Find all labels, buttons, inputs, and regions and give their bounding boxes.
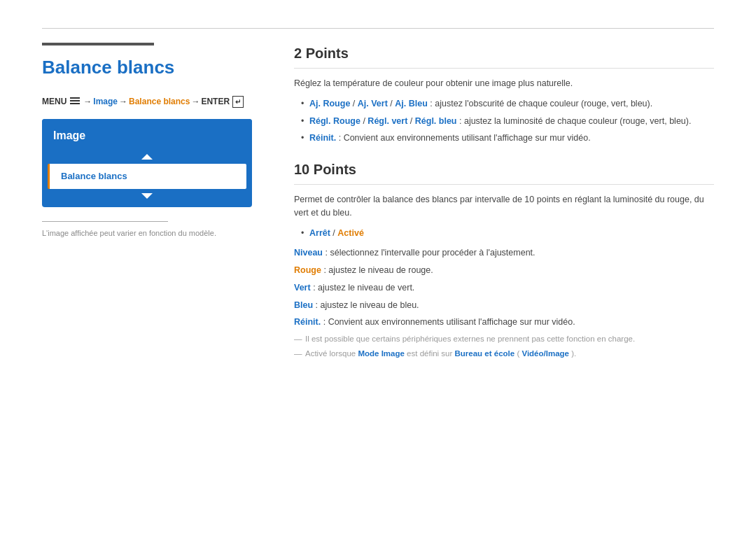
layout: Balance blancs MENU → Image → Balance bl… — [42, 43, 714, 374]
arrow1: → — [83, 95, 92, 108]
menu-label: MENU — [42, 95, 66, 108]
niveau-line: Niveau : sélectionnez l'intervalle pour … — [294, 246, 714, 260]
niveau-label: Niveau — [294, 248, 323, 258]
balance-link: Balance blancs — [129, 95, 190, 108]
rouge-label: Rouge — [294, 265, 321, 275]
note-1-text: Il est possible que certains périphériqu… — [305, 335, 635, 343]
svg-rect-0 — [70, 97, 80, 99]
section-2points-intro: Réglez la température de couleur pour ob… — [294, 77, 714, 90]
rouge-line: Rouge : ajustez le niveau de rouge. — [294, 264, 714, 277]
svg-marker-4 — [141, 193, 153, 199]
regl-rouge: Régl. Rouge — [309, 116, 360, 126]
bleu-desc: : ajustez le niveau de bleu. — [316, 300, 419, 310]
nav-box: Image Balance blancs — [42, 119, 252, 207]
vert-label: Vert — [294, 283, 311, 293]
nav-header: Image — [42, 119, 252, 150]
note-2-mid: est défini sur — [407, 349, 454, 358]
reinit-10p-line: Réinit. : Convient aux environnements ut… — [294, 316, 714, 329]
note-2-paren: ( — [517, 349, 519, 358]
reinit-10p-desc: : Convient aux environnements utilisant … — [323, 317, 575, 327]
arrow2: → — [119, 95, 127, 108]
section-2points-title: 2 Points — [294, 43, 714, 69]
vert-line: Vert : ajustez le niveau de vert. — [294, 281, 714, 295]
bullet-reinit-2p: Réinit. : Convient aux environnements ut… — [301, 132, 714, 145]
svg-marker-3 — [141, 154, 153, 160]
bullet-arret-active: Arrêt / Activé — [301, 227, 714, 240]
note-2: Activé lorsque Mode Image est défini sur… — [294, 348, 714, 360]
svg-rect-1 — [70, 100, 80, 101]
aj-rouge: Aj. Rouge — [309, 99, 350, 108]
regl-desc: : ajustez la luminosité de chaque couleu… — [459, 116, 691, 126]
active-label: Activé — [337, 228, 364, 238]
reinit-10p-label: Réinit. — [294, 317, 321, 327]
note-video-image: Vidéo/Image — [522, 349, 569, 358]
note-mode-image: Mode Image — [358, 349, 404, 358]
section-10points-intro: Permet de contrôler la balance des blanc… — [294, 193, 714, 220]
aj-desc: : ajustez l'obscurité de chaque couleur … — [430, 99, 652, 108]
vert-desc: : ajustez le niveau de vert. — [313, 283, 414, 293]
section-10points-title: 10 Points — [294, 159, 714, 185]
aj-vert: Aj. Vert — [358, 99, 388, 108]
left-column: Balance blancs MENU → Image → Balance bl… — [42, 43, 252, 239]
bleu-line: Bleu : ajustez le niveau de bleu. — [294, 299, 714, 312]
enter-label: ENTER — [201, 95, 230, 108]
footnote: L'image affichée peut varier en fonction… — [42, 227, 252, 239]
bullet-list-2points: Aj. Rouge / Aj. Vert / Aj. Bleu : ajuste… — [294, 97, 714, 145]
reinit-2p-desc: : Convient aux environnements utilisant … — [339, 133, 591, 143]
sep4: / — [410, 116, 415, 126]
arret-active-list: Arrêt / Activé — [294, 227, 714, 240]
menu-icon — [70, 95, 80, 108]
top-rule — [42, 28, 714, 29]
menu-path: MENU → Image → Balance blancs → ENTER ↵ — [42, 95, 252, 108]
bullet-regl-colors: Régl. Rouge / Régl. vert / Régl. bleu : … — [301, 115, 714, 128]
enter-icon: ↵ — [232, 96, 244, 108]
title-accent — [42, 43, 154, 45]
image-link: Image — [93, 95, 118, 108]
regl-vert: Régl. vert — [368, 116, 407, 126]
nav-arrow-down[interactable] — [42, 189, 252, 207]
note-2-close: ). — [571, 349, 576, 358]
page-title: Balance blancs — [42, 54, 252, 81]
note-1: Il est possible que certains périphériqu… — [294, 333, 714, 345]
nav-arrow-up[interactable] — [42, 150, 252, 164]
sep1: / — [353, 99, 358, 108]
niveau-desc: : sélectionnez l'intervalle pour procéde… — [325, 248, 535, 258]
rouge-desc: : ajustez le niveau de rouge. — [323, 265, 433, 275]
footnote-line — [42, 221, 168, 222]
section-10points: 10 Points Permet de contrôler la balance… — [294, 159, 714, 360]
regl-bleu: Régl. bleu — [415, 116, 457, 126]
reinit-2p-label: Réinit. — [309, 133, 336, 143]
arrow3: → — [191, 95, 200, 108]
section-2points: 2 Points Réglez la température de couleu… — [294, 43, 714, 145]
svg-rect-2 — [70, 103, 80, 104]
bullet-aj-colors: Aj. Rouge / Aj. Vert / Aj. Bleu : ajuste… — [301, 97, 714, 111]
note-2-prefix: Activé lorsque — [305, 349, 358, 358]
bleu-label: Bleu — [294, 300, 313, 310]
aj-bleu: Aj. Bleu — [395, 99, 428, 108]
nav-selected-item[interactable]: Balance blancs — [48, 164, 246, 189]
note-bureau: Bureau et école — [455, 349, 515, 358]
page-container: Balance blancs MENU → Image → Balance bl… — [0, 0, 756, 534]
right-column: 2 Points Réglez la température de couleu… — [294, 43, 714, 374]
arret-label: Arrêt — [309, 228, 330, 238]
